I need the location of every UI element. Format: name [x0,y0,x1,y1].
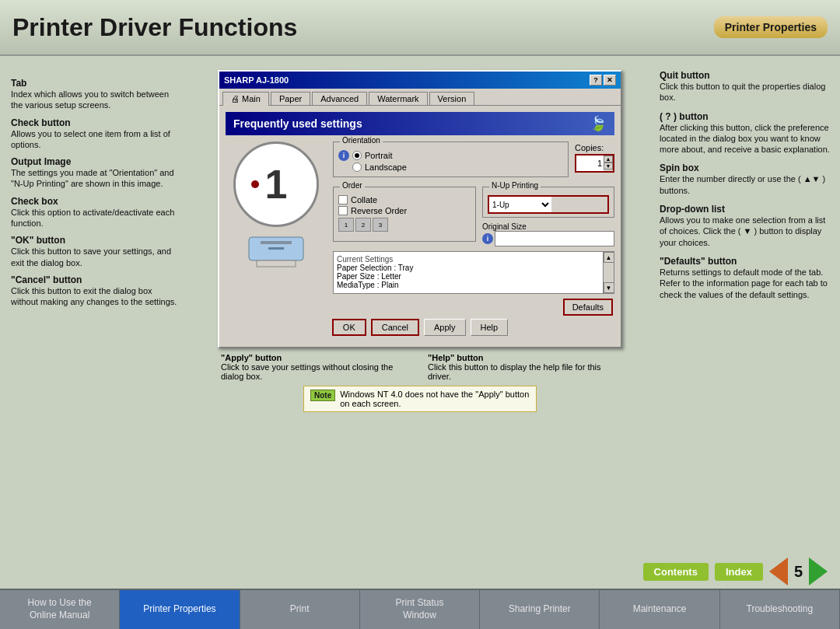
dropdown-label: Drop-down list [660,204,831,215]
prev-page-button[interactable] [769,557,788,585]
tab-desc: Index which allows you to switch between… [11,89,180,111]
help-button[interactable]: Help [471,319,509,336]
nup-label: N-Up Printing [489,181,541,190]
collate-row: Collate [338,195,471,204]
orientation-group: Orientation i Portrait [333,142,569,177]
quit-desc: Click this button to quit the properties… [660,81,831,103]
annotation-check-box: Check box Click this option to activate/… [9,196,180,229]
nav-bottom: Contents Index 5 [0,554,840,589]
defaults-button[interactable]: Defaults [563,299,613,316]
cancel-button-label: "Cancel" button [11,274,82,285]
dialog-preview: 1 [226,142,327,294]
settings-scrollbar[interactable]: ▲ ▼ [603,252,614,293]
close-btn[interactable]: ✕ [604,75,616,86]
dialog-tabs: 🖨 Main Paper Advanced Watermark Version [219,89,621,106]
footer-tab-maintenance[interactable]: Maintenance [600,590,719,629]
copies-input[interactable] [576,156,604,171]
dialog-title: SHARP AJ-1800 [224,75,289,85]
current-settings-line2: Paper Size : Letter [337,272,601,281]
spin-desc: Enter the number directly or use the ( ▲… [660,173,831,196]
help-btn-label: "Help" button [428,353,619,362]
apply-btn-label: "Apply" button [221,353,412,362]
footer-tab-printer-properties[interactable]: Printer Properties [120,590,240,629]
apply-button[interactable]: Apply [424,319,466,336]
annotation-spin: Spin box Enter the number directly or us… [660,162,831,196]
svg-rect-1 [257,260,296,267]
dialog-main: 1 [226,142,614,294]
nup-group: N-Up Printing 1-Up 2-Up 4-Up [482,187,614,246]
printer-preview [226,233,327,275]
cancel-button-desc: Click this button to exit the dialog box… [11,285,180,308]
tab-advanced[interactable]: Advanced [312,92,367,105]
copies-down-arrow[interactable]: ▼ [604,162,613,169]
header: Printer Driver Functions Printer Propert… [0,0,840,56]
order-icon-3: 3 [373,218,388,232]
next-page-button[interactable] [809,557,828,585]
question-label: ( ? ) button [660,111,831,122]
help-annotation: "Help" button Click this button to displ… [428,353,619,381]
annotation-cancel-button: "Cancel" button Click this button to exi… [9,274,180,308]
nup-dropdown[interactable]: 1-Up 2-Up 4-Up [489,197,551,212]
quit-label: Quit button [660,70,831,81]
defaults-right-desc: Returns settings to default mode of the … [660,267,831,300]
footer-tab-sharing[interactable]: Sharing Printer [480,590,600,629]
tab-main[interactable]: 🖨 Main [222,92,269,106]
apply-annotation: "Apply" button Click to save your settin… [221,353,412,381]
output-preview: 1 [233,142,319,227]
landscape-label: Landscape [365,162,407,172]
dialog-content: Frequently used settings 🍃 1 [219,106,621,347]
original-size-input[interactable] [495,231,614,246]
leaf-icon: 🍃 [590,115,607,132]
left-panel: Tab Index which allows you to switch bet… [9,62,180,548]
collate-checkbox[interactable] [338,195,348,204]
scroll-up[interactable]: ▲ [604,252,614,263]
titlebar-buttons: ? ✕ [590,75,616,86]
nup-select-wrapper: 1-Up 2-Up 4-Up [488,195,609,214]
footer-tab-howto[interactable]: How to Use theOnline Manual [0,590,120,629]
landscape-radio[interactable] [352,162,362,172]
tab-label: Tab [11,78,26,89]
tab-watermark[interactable]: Watermark [369,92,427,105]
header-subtitle: Printer Properties [714,16,828,38]
check-box-label: Check box [11,196,58,207]
help-btn-desc: Click this button to display the help fi… [428,362,619,381]
info-icon-orientation: i [338,150,349,161]
info-icon-original: i [482,233,493,244]
contents-button[interactable]: Contents [643,563,709,581]
ok-button[interactable]: OK [332,319,366,336]
annotation-ok-button: "OK" button Click this button to save yo… [9,235,180,268]
check-box-desc: Click this option to activate/deactivate… [11,207,180,229]
current-settings-box: Current Settings Paper Selection : Tray … [333,251,614,294]
freq-settings-header: Frequently used settings 🍃 [226,112,614,135]
content-area: Tab Index which allows you to switch bet… [0,56,840,554]
portrait-radio[interactable] [352,151,362,160]
note-label: Note [310,390,335,401]
order-icons: 1 2 3 [338,218,471,232]
order-group: Order Collate Reverse Order [333,187,476,242]
ok-button-desc: Click this button to save your settings,… [11,246,180,268]
original-size-input-row: i [482,231,614,246]
tab-paper[interactable]: Paper [271,92,310,105]
scroll-down[interactable]: ▼ [604,282,614,293]
tab-version[interactable]: Version [429,92,475,105]
note-text: Windows NT 4.0 does not have the "Apply"… [340,390,530,408]
lower-center-annotations: "Apply" button Click to save your settin… [218,353,622,381]
question-btn[interactable]: ? [590,75,602,86]
copies-up-arrow[interactable]: ▲ [604,156,613,162]
landscape-row: Landscape [338,162,563,172]
nup-inner: N-Up Printing 1-Up 2-Up 4-Up [482,187,614,218]
question-desc: After clicking this button, click the pr… [660,122,831,156]
annotation-output-image: Output Image The settings you made at "O… [9,156,180,190]
footer-tab-status[interactable]: Print StatusWindow [360,590,480,629]
right-panel: Quit button Click this button to quit th… [660,62,831,548]
ok-button-label: "OK" button [11,235,65,246]
annotation-defaults: "Defaults" button Returns settings to de… [660,256,831,300]
cancel-button[interactable]: Cancel [371,319,419,336]
footer-tab-print[interactable]: Print [240,590,360,629]
reverse-checkbox[interactable] [338,206,348,215]
current-settings-line1: Paper Selection : Tray [337,264,601,272]
main-container: Printer Driver Functions Printer Propert… [0,0,840,629]
index-button[interactable]: Index [715,563,763,581]
footer-tab-troubleshooting[interactable]: Troubleshooting [720,590,840,629]
order-icon-2: 2 [355,218,371,232]
